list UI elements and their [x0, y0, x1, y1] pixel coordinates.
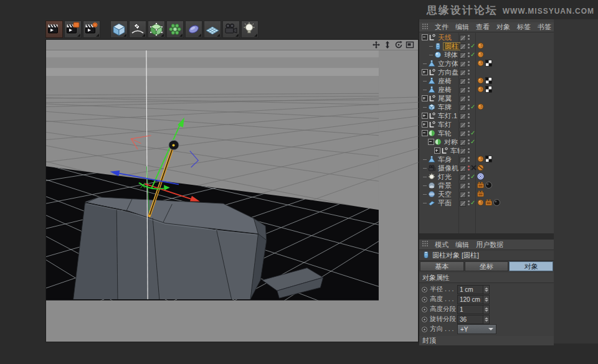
protection-tag-icon[interactable] [477, 164, 484, 172]
object-label[interactable]: 灯光 [437, 174, 453, 180]
object-row-对称[interactable]: 对称✓ [419, 138, 554, 146]
object-row-车身[interactable]: 车身 [419, 155, 554, 164]
object-label[interactable]: 平面 [437, 200, 453, 207]
expand-icon[interactable] [422, 69, 428, 75]
visibility-dots[interactable] [468, 35, 470, 40]
object-row-立方体[interactable]: 立方体 [419, 59, 554, 68]
visibility-dots[interactable] [468, 131, 470, 136]
object-label[interactable]: 车轮 [437, 130, 453, 137]
attribute-tab-0[interactable]: 基本 [420, 261, 464, 271]
layer-toggle[interactable] [460, 139, 466, 146]
render-view-button[interactable] [45, 21, 63, 38]
visibility-dots[interactable] [468, 174, 470, 179]
layer-toggle[interactable] [460, 44, 466, 50]
object-row-平面[interactable]: 平面✓ [419, 198, 554, 207]
enabled-check-icon[interactable]: ✓ [470, 50, 475, 59]
add-deformer-button[interactable] [185, 21, 202, 38]
object-row-车轮[interactable]: 车轮 [419, 146, 554, 155]
visibility-dots[interactable] [468, 61, 470, 66]
spinner-control[interactable] [483, 296, 489, 304]
object-row-车牌[interactable]: 车牌✓ [419, 103, 554, 111]
layer-toggle[interactable] [460, 183, 466, 189]
layer-toggle[interactable] [460, 192, 466, 198]
object-label[interactable]: 立方体 [437, 60, 460, 67]
add-array-button[interactable] [166, 21, 184, 38]
visibility-dots[interactable] [468, 192, 470, 197]
viewport-toggle-icon[interactable] [406, 40, 414, 49]
checker-tag-icon[interactable] [485, 77, 492, 85]
object-row-天线[interactable]: 天线 [419, 33, 554, 42]
keyframe-circle-icon[interactable] [422, 317, 427, 322]
visibility-dots[interactable] [468, 157, 470, 162]
layer-toggle[interactable] [460, 174, 466, 180]
layer-toggle[interactable] [460, 52, 466, 58]
mesh-sphere-antenna-tip[interactable] [169, 140, 179, 149]
object-manager-menu-1[interactable]: 编辑 [455, 22, 469, 32]
viewport-dolly-icon[interactable] [383, 40, 392, 49]
object-label[interactable]: 摄像机 [437, 165, 460, 172]
phong-tag-icon[interactable] [477, 103, 484, 111]
enabled-check-icon[interactable]: ✓ [470, 198, 475, 207]
spinner-control[interactable] [483, 315, 489, 324]
object-manager-menu-4[interactable]: 标签 [517, 22, 531, 32]
object-label[interactable]: 天线 [437, 34, 453, 41]
object-row-座椅[interactable]: 座椅 [419, 77, 554, 85]
object-label[interactable]: 天空 [437, 191, 453, 198]
checker-tag-icon[interactable] [485, 86, 492, 94]
enabled-check-icon[interactable]: ✓ [470, 129, 475, 138]
attribute-manager-menu-1[interactable]: 编辑 [455, 240, 469, 250]
object-label[interactable]: 球体 [443, 52, 459, 58]
spinner-control[interactable] [483, 286, 489, 294]
layer-toggle[interactable] [460, 148, 466, 154]
object-row-天空[interactable]: 天空 [419, 190, 554, 198]
visibility-dots[interactable] [468, 70, 470, 75]
material-tag-icon[interactable] [485, 182, 492, 190]
object-row-圆柱[interactable]: 圆柱✓ [419, 42, 554, 50]
viewport-pan-icon[interactable] [372, 40, 381, 49]
phong-tag-icon[interactable] [477, 77, 484, 85]
section-caps[interactable]: 封顶 [419, 336, 554, 346]
layer-toggle[interactable] [460, 87, 466, 93]
layer-toggle[interactable] [460, 131, 466, 137]
layer-toggle[interactable] [460, 61, 466, 67]
layer-toggle[interactable] [460, 35, 466, 41]
expand-icon[interactable] [422, 121, 428, 128]
phong-tag-icon[interactable] [477, 156, 484, 164]
keyframe-circle-icon[interactable] [422, 327, 427, 332]
keyframe-circle-icon[interactable] [422, 297, 427, 302]
visibility-dots[interactable] [468, 122, 470, 127]
direction-dropdown[interactable]: +Y [457, 324, 496, 334]
spinner-control[interactable] [483, 306, 489, 314]
object-manager-menu-3[interactable]: 对象 [496, 22, 510, 32]
viewport-rotate-icon[interactable] [394, 40, 403, 49]
clapper-tag-icon[interactable] [477, 190, 484, 198]
object-label[interactable]: 座椅 [437, 86, 453, 93]
add-spline-button[interactable] [129, 21, 146, 38]
object-label[interactable]: 车灯 [437, 121, 453, 128]
visibility-dots[interactable] [468, 166, 470, 170]
value-input[interactable]: 1 [457, 305, 490, 314]
layer-toggle[interactable] [460, 122, 466, 128]
object-label[interactable]: 车身 [437, 156, 453, 163]
clapper-tag-icon[interactable] [477, 182, 484, 190]
visibility-dots[interactable] [468, 113, 470, 118]
object-row-座椅[interactable]: 座椅 [419, 85, 554, 94]
object-label[interactable]: 背景 [437, 182, 453, 189]
keyframe-circle-icon[interactable] [422, 287, 427, 292]
object-label[interactable]: 尾翼 [437, 95, 453, 102]
visibility-dots[interactable] [468, 78, 470, 83]
attribute-manager-menu-2[interactable]: 用户数据 [476, 240, 503, 250]
add-primitive-button[interactable] [110, 21, 128, 38]
object-row-方向盘[interactable]: 方向盘 [419, 68, 554, 77]
object-label[interactable]: 方向盘 [437, 69, 460, 76]
object-manager-menu-0[interactable]: 文件 [435, 22, 448, 32]
phong-tag-icon[interactable] [477, 42, 484, 50]
visibility-dots[interactable] [468, 200, 470, 205]
layer-toggle[interactable] [460, 70, 466, 76]
value-input[interactable]: 36 [457, 315, 490, 324]
add-environment-button[interactable] [204, 21, 221, 38]
layer-toggle[interactable] [460, 105, 466, 111]
add-generator-button[interactable] [148, 21, 165, 38]
layer-toggle[interactable] [460, 200, 466, 207]
value-input[interactable]: 120 cm [457, 295, 490, 304]
